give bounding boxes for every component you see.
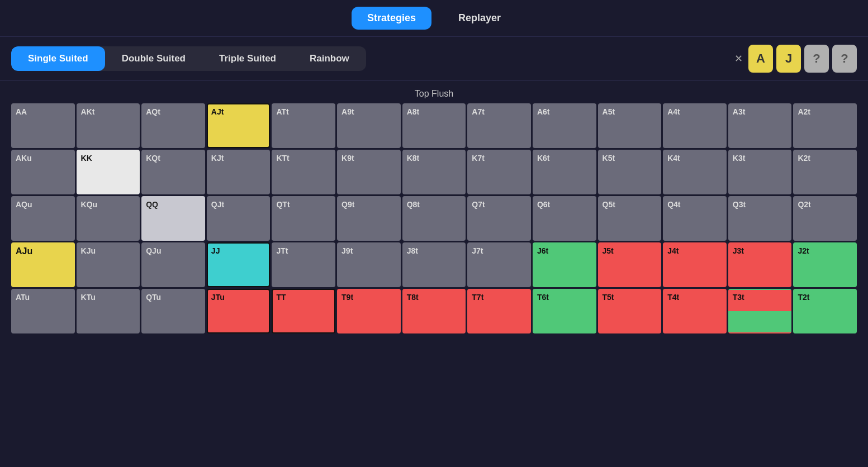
suit-tabs: Single Suited Double Suited Triple Suite… — [11, 46, 366, 71]
table-row[interactable]: AKu — [11, 150, 75, 194]
table-row[interactable]: T2t — [793, 289, 857, 333]
tab-triple-suited[interactable]: Triple Suited — [202, 46, 293, 71]
card-badge-a[interactable]: A — [748, 45, 773, 73]
table-row[interactable]: JTt — [272, 242, 335, 287]
table-row[interactable]: K7t — [467, 150, 531, 194]
card-badge-q1[interactable]: ? — [804, 45, 829, 73]
table-row[interactable]: T3t — [728, 289, 792, 333]
table-row[interactable]: QJu — [141, 242, 205, 287]
table-row[interactable]: T4t — [663, 289, 727, 333]
table-row[interactable]: J5t — [598, 242, 662, 287]
table-row[interactable]: JTu — [207, 289, 271, 333]
tab-double-suited[interactable]: Double Suited — [105, 46, 202, 71]
table-row[interactable]: AJt — [207, 103, 271, 148]
table-row[interactable]: K8t — [402, 150, 466, 194]
table-row[interactable]: KQu — [77, 196, 140, 241]
table-row[interactable]: AQu — [11, 196, 75, 241]
table-row[interactable]: AA — [11, 103, 75, 148]
table-row[interactable]: AKt — [77, 103, 140, 148]
table-row[interactable]: T7t — [467, 289, 531, 333]
top-nav: Strategies Replayer — [0, 0, 868, 37]
table-row[interactable]: T8t — [402, 289, 466, 333]
table-row[interactable]: T6t — [533, 289, 596, 333]
table-row[interactable]: QJt — [207, 196, 271, 241]
table-row[interactable]: A6t — [533, 103, 596, 148]
table-row[interactable]: Q3t — [728, 196, 792, 241]
table-row[interactable]: T9t — [337, 289, 401, 333]
table-row[interactable]: A8t — [402, 103, 466, 148]
hand-grid: AAAKtAQtAJtATtA9tA8tA7tA6tA5tA4tA3tA2tAK… — [11, 103, 857, 333]
tab-rainbow[interactable]: Rainbow — [293, 46, 366, 71]
table-row[interactable]: QQ — [141, 196, 205, 241]
table-row[interactable]: K2t — [793, 150, 857, 194]
table-row[interactable]: KK — [77, 150, 140, 194]
table-row[interactable]: J4t — [663, 242, 727, 287]
table-row[interactable]: J6t — [533, 242, 596, 287]
table-row[interactable]: ATt — [272, 103, 335, 148]
table-row[interactable]: KQt — [141, 150, 205, 194]
table-row[interactable]: A5t — [598, 103, 662, 148]
table-row[interactable]: A3t — [728, 103, 792, 148]
strategies-nav-button[interactable]: Strategies — [352, 7, 431, 30]
table-row[interactable]: A4t — [663, 103, 727, 148]
table-row[interactable]: J3t — [728, 242, 792, 287]
table-row[interactable]: A2t — [793, 103, 857, 148]
table-row[interactable]: A7t — [467, 103, 531, 148]
section-label: Top Flush — [11, 89, 857, 99]
table-row[interactable]: K4t — [663, 150, 727, 194]
close-icon[interactable]: ✕ — [734, 53, 743, 65]
tab-single-suited[interactable]: Single Suited — [11, 46, 105, 71]
table-row[interactable]: Q9t — [337, 196, 401, 241]
table-row[interactable]: TT — [272, 289, 335, 333]
card-badge-j[interactable]: J — [776, 45, 801, 73]
table-row[interactable]: Q6t — [533, 196, 596, 241]
table-row[interactable]: T5t — [598, 289, 662, 333]
table-row[interactable]: J2t — [793, 242, 857, 287]
card-badge-q2[interactable]: ? — [832, 45, 857, 73]
right-controls: ✕ A J ? ? — [734, 45, 857, 73]
table-row[interactable]: AJu — [11, 242, 75, 287]
table-row[interactable]: K9t — [337, 150, 401, 194]
table-row[interactable]: Q7t — [467, 196, 531, 241]
table-row[interactable]: A9t — [337, 103, 401, 148]
table-row[interactable]: ATu — [11, 289, 75, 333]
table-row[interactable]: AQt — [141, 103, 205, 148]
table-row[interactable]: QTu — [141, 289, 205, 333]
main-content: Top Flush AAAKtAQtAJtATtA9tA8tA7tA6tA5tA… — [0, 81, 868, 339]
table-row[interactable]: J9t — [337, 242, 401, 287]
table-row[interactable]: K5t — [598, 150, 662, 194]
table-row[interactable]: K3t — [728, 150, 792, 194]
table-row[interactable]: Q4t — [663, 196, 727, 241]
table-row[interactable]: Q5t — [598, 196, 662, 241]
sub-nav: Single Suited Double Suited Triple Suite… — [0, 37, 868, 81]
table-row[interactable]: Q8t — [402, 196, 466, 241]
table-row[interactable]: QTt — [272, 196, 335, 241]
table-row[interactable]: KTt — [272, 150, 335, 194]
table-row[interactable]: Q2t — [793, 196, 857, 241]
table-row[interactable]: KJu — [77, 242, 140, 287]
table-row[interactable]: KTu — [77, 289, 140, 333]
table-row[interactable]: KJt — [207, 150, 271, 194]
replayer-nav-button[interactable]: Replayer — [443, 7, 516, 30]
table-row[interactable]: J7t — [467, 242, 531, 287]
table-row[interactable]: K6t — [533, 150, 596, 194]
table-row[interactable]: JJ — [207, 242, 271, 287]
table-row[interactable]: J8t — [402, 242, 466, 287]
